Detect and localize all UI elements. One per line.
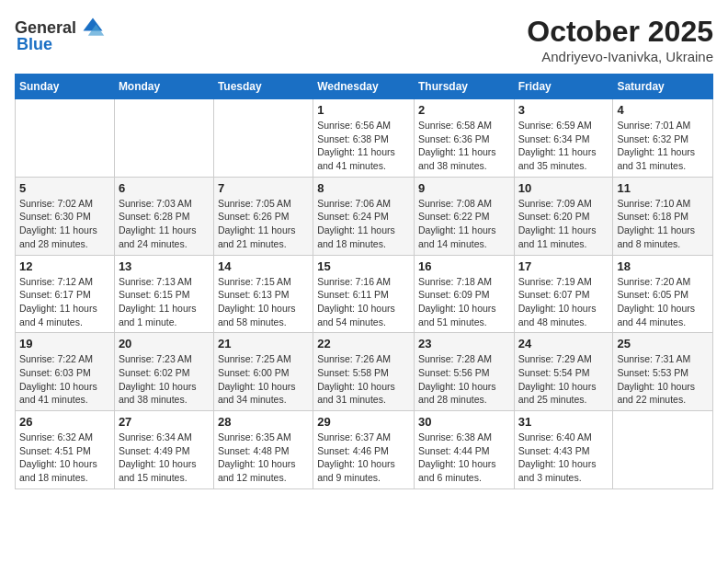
calendar-cell: 6Sunrise: 7:03 AMSunset: 6:28 PMDaylight… xyxy=(114,177,213,255)
calendar-cell: 17Sunrise: 7:19 AMSunset: 6:07 PMDayligh… xyxy=(514,255,613,333)
day-number: 30 xyxy=(418,415,510,429)
weekday-header-row: SundayMondayTuesdayWednesdayThursdayFrid… xyxy=(16,75,713,99)
day-number: 22 xyxy=(317,337,410,350)
day-number: 4 xyxy=(617,103,709,117)
calendar-cell: 19Sunrise: 7:22 AMSunset: 6:03 PMDayligh… xyxy=(16,333,115,411)
day-number: 21 xyxy=(218,337,309,350)
day-info: Sunrise: 7:16 AMSunset: 6:11 PMDaylight:… xyxy=(317,275,410,329)
calendar-cell: 13Sunrise: 7:13 AMSunset: 6:15 PMDayligh… xyxy=(114,255,213,333)
calendar-cell xyxy=(114,99,213,178)
day-info: Sunrise: 6:38 AMSunset: 4:44 PMDaylight:… xyxy=(418,431,510,485)
calendar-cell: 12Sunrise: 7:12 AMSunset: 6:17 PMDayligh… xyxy=(16,255,115,333)
calendar-cell: 7Sunrise: 7:05 AMSunset: 6:26 PMDaylight… xyxy=(213,177,313,255)
day-info: Sunrise: 7:05 AMSunset: 6:26 PMDaylight:… xyxy=(218,197,309,251)
day-number: 16 xyxy=(418,259,510,273)
calendar-cell: 3Sunrise: 6:59 AMSunset: 6:34 PMDaylight… xyxy=(514,99,613,178)
day-info: Sunrise: 7:19 AMSunset: 6:07 PMDaylight:… xyxy=(518,275,609,329)
day-number: 3 xyxy=(518,103,609,117)
day-info: Sunrise: 7:09 AMSunset: 6:20 PMDaylight:… xyxy=(518,197,609,251)
calendar-cell: 16Sunrise: 7:18 AMSunset: 6:09 PMDayligh… xyxy=(414,255,514,333)
logo: General Blue xyxy=(15,15,106,54)
calendar-cell xyxy=(16,99,115,178)
calendar-cell: 8Sunrise: 7:06 AMSunset: 6:24 PMDaylight… xyxy=(313,177,415,255)
day-info: Sunrise: 7:28 AMSunset: 5:56 PMDaylight:… xyxy=(418,352,510,407)
day-info: Sunrise: 7:06 AMSunset: 6:24 PMDaylight:… xyxy=(317,197,410,251)
calendar-cell: 22Sunrise: 7:26 AMSunset: 5:58 PMDayligh… xyxy=(313,333,415,411)
calendar-cell xyxy=(213,99,313,178)
day-number: 29 xyxy=(317,415,410,429)
weekday-header: Monday xyxy=(114,75,213,99)
calendar-cell: 18Sunrise: 7:20 AMSunset: 6:05 PMDayligh… xyxy=(613,255,713,333)
day-number: 6 xyxy=(119,181,210,195)
day-info: Sunrise: 7:31 AMSunset: 5:53 PMDaylight:… xyxy=(617,352,709,407)
calendar-cell: 25Sunrise: 7:31 AMSunset: 5:53 PMDayligh… xyxy=(613,333,713,411)
weekday-header: Thursday xyxy=(414,75,514,99)
calendar-week-row: 12Sunrise: 7:12 AMSunset: 6:17 PMDayligh… xyxy=(16,255,713,333)
calendar-cell: 14Sunrise: 7:15 AMSunset: 6:13 PMDayligh… xyxy=(213,255,313,333)
calendar-week-row: 1Sunrise: 6:56 AMSunset: 6:38 PMDaylight… xyxy=(16,99,713,178)
day-number: 23 xyxy=(418,337,510,350)
day-info: Sunrise: 7:23 AMSunset: 6:02 PMDaylight:… xyxy=(119,352,210,407)
day-number: 28 xyxy=(218,415,309,429)
day-number: 9 xyxy=(418,181,510,195)
calendar-cell: 11Sunrise: 7:10 AMSunset: 6:18 PMDayligh… xyxy=(613,177,713,255)
weekday-header: Wednesday xyxy=(313,75,415,99)
calendar-cell: 9Sunrise: 7:08 AMSunset: 6:22 PMDaylight… xyxy=(414,177,514,255)
day-number: 26 xyxy=(19,415,110,429)
day-info: Sunrise: 6:35 AMSunset: 4:48 PMDaylight:… xyxy=(218,431,309,485)
calendar-cell: 10Sunrise: 7:09 AMSunset: 6:20 PMDayligh… xyxy=(514,177,613,255)
month-title: October 2025 xyxy=(527,15,713,49)
logo-blue: Blue xyxy=(17,35,52,54)
day-number: 7 xyxy=(218,181,309,195)
day-info: Sunrise: 6:34 AMSunset: 4:49 PMDaylight:… xyxy=(119,431,210,485)
calendar-cell: 15Sunrise: 7:16 AMSunset: 6:11 PMDayligh… xyxy=(313,255,415,333)
location: Andriyevo-Ivanivka, Ukraine xyxy=(527,49,713,64)
day-info: Sunrise: 6:59 AMSunset: 6:34 PMDaylight:… xyxy=(518,119,609,173)
calendar-cell: 5Sunrise: 7:02 AMSunset: 6:30 PMDaylight… xyxy=(16,177,115,255)
day-info: Sunrise: 7:13 AMSunset: 6:15 PMDaylight:… xyxy=(119,275,210,329)
weekday-header: Tuesday xyxy=(213,75,313,99)
day-number: 5 xyxy=(19,181,110,195)
day-number: 20 xyxy=(119,337,210,350)
day-number: 13 xyxy=(119,259,210,273)
day-info: Sunrise: 7:12 AMSunset: 6:17 PMDaylight:… xyxy=(19,275,110,329)
day-number: 11 xyxy=(617,181,709,195)
day-number: 27 xyxy=(119,415,210,429)
day-info: Sunrise: 7:29 AMSunset: 5:54 PMDaylight:… xyxy=(518,352,609,407)
calendar-cell: 26Sunrise: 6:32 AMSunset: 4:51 PMDayligh… xyxy=(16,411,115,489)
day-info: Sunrise: 7:08 AMSunset: 6:22 PMDaylight:… xyxy=(418,197,510,251)
calendar-cell: 4Sunrise: 7:01 AMSunset: 6:32 PMDaylight… xyxy=(613,99,713,178)
day-number: 8 xyxy=(317,181,410,195)
weekday-header: Saturday xyxy=(613,75,713,99)
day-number: 1 xyxy=(317,103,410,117)
calendar-cell: 21Sunrise: 7:25 AMSunset: 6:00 PMDayligh… xyxy=(213,333,313,411)
day-info: Sunrise: 6:40 AMSunset: 4:43 PMDaylight:… xyxy=(518,431,609,485)
day-number: 17 xyxy=(518,259,609,273)
day-info: Sunrise: 7:26 AMSunset: 5:58 PMDaylight:… xyxy=(317,352,410,407)
calendar-week-row: 5Sunrise: 7:02 AMSunset: 6:30 PMDaylight… xyxy=(16,177,713,255)
day-info: Sunrise: 7:22 AMSunset: 6:03 PMDaylight:… xyxy=(19,352,110,407)
calendar-cell: 31Sunrise: 6:40 AMSunset: 4:43 PMDayligh… xyxy=(514,411,613,489)
calendar-week-row: 26Sunrise: 6:32 AMSunset: 4:51 PMDayligh… xyxy=(16,411,713,489)
calendar-cell: 29Sunrise: 6:37 AMSunset: 4:46 PMDayligh… xyxy=(313,411,415,489)
page-header: General Blue October 2025 Andriyevo-Ivan… xyxy=(15,15,713,64)
day-info: Sunrise: 7:10 AMSunset: 6:18 PMDaylight:… xyxy=(617,197,709,251)
day-number: 2 xyxy=(418,103,510,117)
day-number: 31 xyxy=(518,415,609,429)
calendar-cell: 20Sunrise: 7:23 AMSunset: 6:02 PMDayligh… xyxy=(114,333,213,411)
calendar-cell: 28Sunrise: 6:35 AMSunset: 4:48 PMDayligh… xyxy=(213,411,313,489)
day-number: 14 xyxy=(218,259,309,273)
day-info: Sunrise: 6:56 AMSunset: 6:38 PMDaylight:… xyxy=(317,119,410,173)
day-number: 15 xyxy=(317,259,410,273)
day-info: Sunrise: 7:18 AMSunset: 6:09 PMDaylight:… xyxy=(418,275,510,329)
calendar-cell: 27Sunrise: 6:34 AMSunset: 4:49 PMDayligh… xyxy=(114,411,213,489)
day-info: Sunrise: 7:25 AMSunset: 6:00 PMDaylight:… xyxy=(218,352,309,407)
day-info: Sunrise: 7:01 AMSunset: 6:32 PMDaylight:… xyxy=(617,119,709,173)
logo-icon xyxy=(80,15,106,40)
day-number: 24 xyxy=(518,337,609,350)
day-number: 18 xyxy=(617,259,709,273)
day-info: Sunrise: 6:32 AMSunset: 4:51 PMDaylight:… xyxy=(19,431,110,485)
weekday-header: Sunday xyxy=(16,75,115,99)
calendar-cell: 2Sunrise: 6:58 AMSunset: 6:36 PMDaylight… xyxy=(414,99,514,178)
day-info: Sunrise: 6:58 AMSunset: 6:36 PMDaylight:… xyxy=(418,119,510,173)
